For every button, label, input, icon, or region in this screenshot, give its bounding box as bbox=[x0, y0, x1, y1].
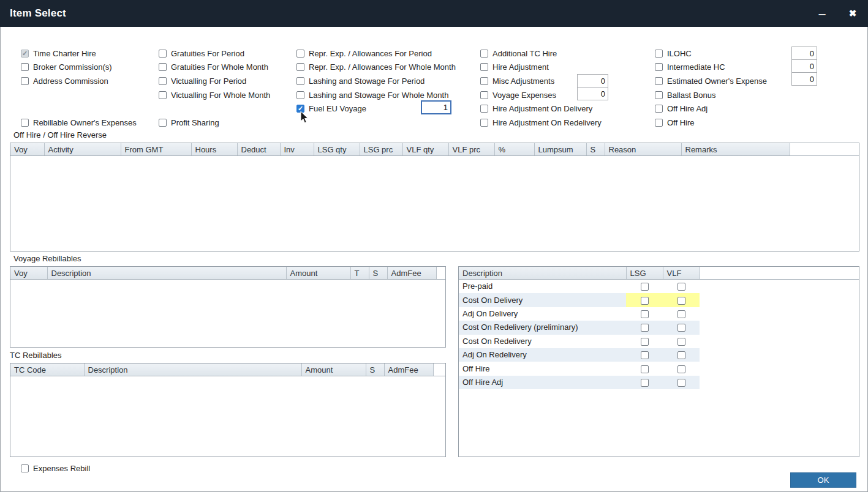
cost-col-filler bbox=[700, 267, 859, 280]
minimize-icon[interactable]: – bbox=[807, 0, 837, 27]
time-charter-hire-label: Time Charter Hire bbox=[33, 49, 96, 58]
profit-sharing-checkbox[interactable] bbox=[159, 119, 167, 127]
voyage-rebillables-col-filler bbox=[436, 267, 445, 280]
ilohc-checkbox[interactable] bbox=[655, 50, 663, 58]
misc-adjustments-input[interactable] bbox=[577, 74, 608, 88]
expenses-rebill-checkbox[interactable] bbox=[21, 464, 29, 472]
off-hire-checkbox[interactable] bbox=[655, 119, 663, 127]
hire-adjustment-checkbox[interactable] bbox=[480, 63, 488, 71]
option-off-hire[interactable]: Off Hire bbox=[655, 116, 767, 130]
victualling-for-period-checkbox[interactable] bbox=[159, 77, 167, 85]
cost-on-redelivery-preliminary-vlf-checkbox[interactable] bbox=[677, 324, 685, 332]
voyage-rebillables-col-s: S bbox=[369, 267, 387, 280]
pre-paid-lsg-checkbox[interactable] bbox=[641, 283, 649, 291]
estimated-owners-expense-value-input[interactable] bbox=[791, 72, 817, 86]
repr-exp-allowances-for-whole-month-checkbox[interactable] bbox=[296, 63, 304, 71]
ilohc-value-input[interactable] bbox=[791, 47, 817, 60]
cost-row-pre-paid: Pre-paid bbox=[459, 280, 859, 294]
adj-on-redelivery-label: Adj On Redelivery bbox=[459, 348, 626, 362]
adj-on-redelivery-vlf-checkbox[interactable] bbox=[677, 351, 685, 359]
victualling-for-whole-month-label: Victualling For Whole Month bbox=[171, 91, 270, 100]
cost-on-delivery-vlf-checkbox[interactable] bbox=[677, 297, 685, 305]
offhire-col-vlf-prc: VLF prc bbox=[448, 143, 494, 156]
lashing-and-stowage-for-period-checkbox[interactable] bbox=[296, 77, 304, 85]
voyage-rebillables-col-voy: Voy bbox=[10, 267, 47, 280]
hire-adjustment-on-redelivery-checkbox[interactable] bbox=[480, 119, 488, 127]
option-time-charter-hire[interactable]: Time Charter Hire bbox=[21, 47, 137, 61]
option-lashing-and-stowage-for-whole-month[interactable]: Lashing and Stowage For Whole Month bbox=[296, 88, 456, 102]
cost-on-redelivery-vlf-checkbox[interactable] bbox=[677, 338, 685, 346]
option-hire-adjustment-on-redelivery[interactable]: Hire Adjustment On Redelivery bbox=[480, 116, 602, 130]
repr-exp-allowances-for-period-checkbox[interactable] bbox=[296, 50, 304, 58]
misc-adjustments-checkbox[interactable] bbox=[480, 77, 488, 85]
rebillable-owners-expenses-label: Rebillable Owner's Expenses bbox=[33, 118, 137, 127]
option-victualling-for-whole-month[interactable]: Victualling For Whole Month bbox=[159, 88, 270, 102]
option-rebillable-owners-expenses[interactable]: Rebillable Owner's Expenses bbox=[21, 116, 137, 130]
adj-on-delivery-vlf-checkbox[interactable] bbox=[677, 310, 685, 318]
option-hire-adjustment-on-delivery[interactable]: Hire Adjustment On Delivery bbox=[480, 102, 602, 116]
offhire-col-filler bbox=[790, 143, 859, 156]
voyage-expenses-checkbox[interactable] bbox=[480, 91, 488, 99]
option-address-commission[interactable]: Address Commission bbox=[21, 74, 137, 88]
gratuities-for-period-checkbox[interactable] bbox=[159, 50, 167, 58]
option-ballast-bonus[interactable]: Ballast Bonus bbox=[655, 88, 767, 102]
off-hire-adj-row-label: Off Hire Adj bbox=[459, 376, 626, 389]
option-victualling-for-period[interactable]: Victualling For Period bbox=[159, 74, 270, 88]
additional-tc-hire-checkbox[interactable] bbox=[480, 50, 488, 58]
option-hire-adjustment[interactable]: Hire Adjustment bbox=[480, 61, 602, 75]
option-gratuities-for-whole-month[interactable]: Gratuities For Whole Month bbox=[159, 61, 270, 75]
cost-row-cost-on-delivery: Cost On Delivery bbox=[459, 293, 859, 307]
option-repr-exp-allowances-for-period[interactable]: Repr. Exp. / Allowances For Period bbox=[296, 47, 456, 61]
ballast-bonus-checkbox[interactable] bbox=[655, 91, 663, 99]
cost-on-delivery-label: Cost On Delivery bbox=[459, 293, 626, 307]
repr-exp-allowances-for-whole-month-label: Repr. Exp. / Allowances For Whole Month bbox=[309, 62, 456, 72]
cost-on-delivery-lsg-checkbox[interactable] bbox=[641, 297, 649, 305]
adj-on-delivery-lsg-checkbox[interactable] bbox=[641, 310, 649, 318]
offhire-col-activity: Activity bbox=[44, 143, 121, 156]
voyage-expenses-input[interactable] bbox=[577, 87, 608, 100]
off-hire-adj-lsg-checkbox[interactable] bbox=[641, 379, 649, 387]
item-select-dialog: Item Select – ✖ Time Charter Hire Broker… bbox=[0, 0, 868, 492]
option-profit-sharing[interactable]: Profit Sharing bbox=[159, 116, 270, 130]
option-intermediate-hc[interactable]: Intermediate HC bbox=[655, 61, 767, 75]
gratuities-for-whole-month-checkbox[interactable] bbox=[159, 63, 167, 71]
off-hire-lsg-checkbox[interactable] bbox=[641, 365, 649, 373]
cost-on-redelivery-preliminary-lsg-checkbox[interactable] bbox=[641, 324, 649, 332]
cost-options-panel: Description LSG VLF Pre-paid Cost On Del… bbox=[458, 266, 859, 457]
close-icon[interactable]: ✖ bbox=[837, 0, 868, 27]
intermediate-hc-value-input[interactable] bbox=[791, 59, 817, 73]
cost-on-redelivery-preliminary-label: Cost On Redelivery (preliminary) bbox=[459, 321, 626, 334]
off-hire-adj-vlf-checkbox[interactable] bbox=[677, 379, 685, 387]
option-gratuities-for-period[interactable]: Gratuities For Period bbox=[159, 47, 270, 61]
cost-row-cost-on-redelivery-preliminary: Cost On Redelivery (preliminary) bbox=[459, 321, 859, 334]
intermediate-hc-checkbox[interactable] bbox=[655, 63, 663, 71]
off-hire-adj-checkbox[interactable] bbox=[655, 105, 663, 113]
option-additional-tc-hire[interactable]: Additional TC Hire bbox=[480, 47, 602, 61]
option-broker-commissions[interactable]: Broker Commission(s) bbox=[21, 61, 137, 75]
off-hire-vlf-checkbox[interactable] bbox=[677, 365, 685, 373]
option-repr-exp-allowances-for-whole-month[interactable]: Repr. Exp. / Allowances For Whole Month bbox=[296, 61, 456, 75]
estimated-owners-expense-checkbox[interactable] bbox=[655, 77, 663, 85]
address-commission-checkbox[interactable] bbox=[21, 77, 29, 85]
adj-on-redelivery-lsg-checkbox[interactable] bbox=[641, 351, 649, 359]
rebillable-owners-expenses-checkbox[interactable] bbox=[21, 119, 29, 127]
cost-on-redelivery-lsg-checkbox[interactable] bbox=[641, 338, 649, 346]
offhire-col-vlf-qty: VLF qty bbox=[402, 143, 448, 156]
option-lashing-and-stowage-for-period[interactable]: Lashing and Stowage For Period bbox=[296, 74, 456, 88]
option-ilohc[interactable]: ILOHC bbox=[655, 47, 767, 61]
tc-rebillables-col-description: Description bbox=[84, 363, 301, 376]
tc-rebillables-col-s: S bbox=[366, 363, 384, 376]
victualling-for-whole-month-checkbox[interactable] bbox=[159, 91, 167, 99]
option-estimated-owners-expense[interactable]: Estimated Owner's Expense bbox=[655, 74, 767, 88]
ok-button[interactable]: OK bbox=[790, 472, 856, 488]
option-off-hire-adj[interactable]: Off Hire Adj bbox=[655, 102, 767, 116]
profit-sharing-label: Profit Sharing bbox=[171, 118, 219, 127]
option-expenses-rebill[interactable]: Expenses Rebill bbox=[21, 461, 90, 475]
lashing-and-stowage-for-whole-month-checkbox[interactable] bbox=[296, 91, 304, 99]
fuel-eu-voyage-input[interactable] bbox=[421, 100, 451, 114]
voyage-rebillables-col-amount: Amount bbox=[286, 267, 350, 280]
pre-paid-vlf-checkbox[interactable] bbox=[677, 283, 685, 291]
hire-adjustment-on-delivery-checkbox[interactable] bbox=[480, 105, 488, 113]
broker-commissions-checkbox[interactable] bbox=[21, 63, 29, 71]
offhire-table-header-row: Voy Activity From GMT Hours Deduct Inv L… bbox=[10, 143, 859, 156]
